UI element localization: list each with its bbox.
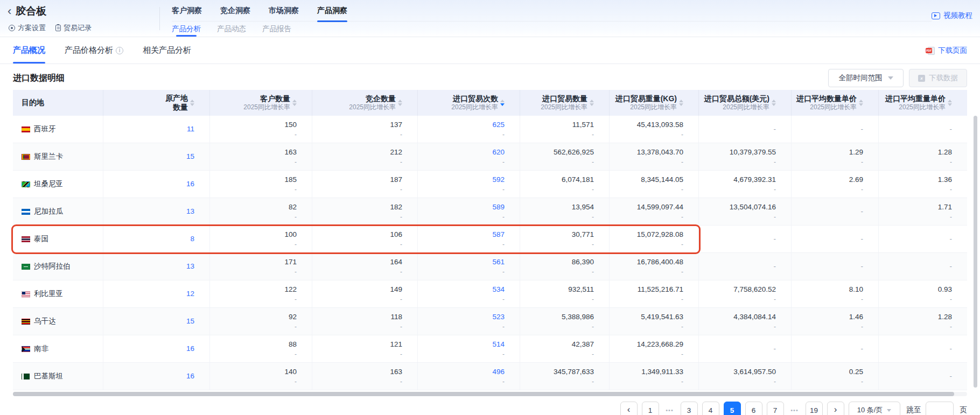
destination-cell[interactable]: 南非 <box>13 335 103 362</box>
data-cell: 562,626,925- <box>520 143 610 170</box>
jump-page-input[interactable] <box>926 402 954 415</box>
destination-cell[interactable]: 坦桑尼亚 <box>13 171 103 198</box>
download-data-button[interactable]: x 下载数据 <box>909 69 967 87</box>
data-cell: 561- <box>418 253 520 280</box>
main-tab-市场洞察[interactable]: 市场洞察 <box>269 0 299 21</box>
value-link[interactable]: 587 <box>492 230 505 239</box>
growth-value: - <box>774 158 776 166</box>
destination-cell[interactable]: 乌干达 <box>13 308 103 335</box>
secondary-tab-产品动态[interactable]: 产品动态 <box>217 22 246 37</box>
destination-cell[interactable]: 斯里兰卡 <box>13 143 103 170</box>
value-link[interactable]: 16 <box>186 372 194 381</box>
section-title: 进口数据明细 <box>13 73 65 84</box>
data-cell: 11,571- <box>520 116 610 143</box>
growth-value: - <box>861 296 863 303</box>
page-button-6[interactable]: 6 <box>745 402 762 415</box>
sort-toggle[interactable] <box>500 100 505 106</box>
growth-value: - <box>774 186 776 193</box>
sort-toggle[interactable] <box>859 100 863 106</box>
value-link[interactable]: 13 <box>186 207 194 216</box>
value-link[interactable]: 625 <box>492 121 505 129</box>
subtab-产品价格分析[interactable]: 产品价格分析i <box>65 37 123 64</box>
cell-value: 15,072,928.08 <box>637 230 683 239</box>
sort-toggle[interactable] <box>679 100 683 106</box>
page-button-1[interactable]: 1 <box>642 402 659 415</box>
main-tab-产品洞察[interactable]: 产品洞察 <box>317 0 347 21</box>
main-tab-客户洞察[interactable]: 客户洞察 <box>172 0 202 21</box>
value-link[interactable]: 620 <box>492 148 505 157</box>
value-link[interactable]: 534 <box>492 285 505 294</box>
cell-value: 150 <box>284 121 297 129</box>
vertical-scrollbar-thumb[interactable] <box>974 116 977 388</box>
value-link[interactable]: 12 <box>186 290 194 298</box>
target-icon <box>9 25 15 31</box>
destination-cell[interactable]: 西班牙 <box>13 116 103 143</box>
cell-value: 5,388,986 <box>562 313 594 321</box>
nicaragua-flag-icon <box>22 209 30 215</box>
subtabs: 产品概况产品价格分析i相关产品分析 <box>13 37 191 64</box>
page-button-5[interactable]: 5 <box>724 402 741 415</box>
next-page-button[interactable]: › <box>827 402 844 415</box>
value-link[interactable]: 592 <box>492 175 505 184</box>
destination-cell[interactable]: 利比里亚 <box>13 280 103 307</box>
subtab-相关产品分析[interactable]: 相关产品分析 <box>143 37 191 64</box>
download-page-link[interactable]: 下载页面 <box>926 46 967 55</box>
growth-value: - <box>592 350 594 358</box>
value-link[interactable]: 589 <box>492 203 505 212</box>
prev-page-button[interactable]: ‹ <box>620 402 638 415</box>
growth-value: - <box>592 213 594 221</box>
sort-toggle[interactable] <box>772 100 776 106</box>
sort-toggle[interactable] <box>590 100 594 106</box>
value-link[interactable]: 15 <box>186 152 194 161</box>
destination-cell[interactable]: 尼加拉瓜 <box>13 198 103 225</box>
destination-cell[interactable]: 泰国 <box>13 226 103 252</box>
cell-value: 5,419,541.63 <box>641 313 683 321</box>
data-cell: 15,072,928.08- <box>610 226 699 252</box>
destination-cell[interactable]: 沙特阿拉伯 <box>13 253 103 280</box>
data-cell: 15 <box>103 308 210 335</box>
main-tab-竞企洞察[interactable]: 竞企洞察 <box>220 0 250 21</box>
sort-toggle[interactable] <box>190 100 194 106</box>
data-cell: 13,378,043.70- <box>610 143 699 170</box>
back-icon[interactable]: ‹ <box>8 5 11 17</box>
growth-value: - <box>861 158 863 166</box>
sort-toggle[interactable] <box>948 100 952 106</box>
value-link[interactable]: 16 <box>186 344 194 353</box>
value-link[interactable]: 15 <box>186 317 194 326</box>
page-size-select[interactable]: 10 条/页 <box>849 402 900 415</box>
scheme-settings-button[interactable]: 方案设置 <box>9 23 46 33</box>
saudi-flag-icon <box>22 264 30 270</box>
secondary-tab-产品分析[interactable]: 产品分析 <box>172 22 201 37</box>
sort-toggle[interactable] <box>292 100 297 106</box>
horizontal-scrollbar-thumb[interactable] <box>13 392 954 396</box>
data-cell: - <box>699 253 792 280</box>
subtab-产品概况[interactable]: 产品概况 <box>13 37 45 64</box>
value-link[interactable]: 496 <box>492 368 505 376</box>
value-link[interactable]: 514 <box>492 340 505 349</box>
column-header-text: 进口平均数量单价2025同比增长率 <box>796 94 857 111</box>
page-button-4[interactable]: 4 <box>702 402 719 415</box>
value-link[interactable]: 523 <box>492 313 505 321</box>
growth-value: - <box>592 186 594 193</box>
page-button-19[interactable]: 19 <box>806 402 823 415</box>
sort-toggle[interactable] <box>398 100 402 106</box>
column-header-text: 原产地数量 <box>165 94 188 112</box>
page-button-7[interactable]: 7 <box>767 402 784 415</box>
value-link[interactable]: 8 <box>190 235 194 243</box>
data-cell: 86,390- <box>520 253 610 280</box>
value-link[interactable]: 13 <box>186 262 194 271</box>
page-button-3[interactable]: 3 <box>681 402 698 415</box>
video-tutorial-link[interactable]: 视频教程 <box>932 11 972 20</box>
destination-cell[interactable]: 巴基斯坦 <box>13 363 103 390</box>
value-link[interactable]: 16 <box>186 180 194 188</box>
time-range-select[interactable]: 全部时间范围 <box>828 69 904 87</box>
value-link[interactable]: 11 <box>187 125 194 133</box>
secondary-tab-产品报告[interactable]: 产品报告 <box>262 22 291 37</box>
jump-to-label: 跳至 <box>907 405 921 415</box>
data-cell: - <box>792 198 879 225</box>
download-page-label: 下载页面 <box>938 46 967 55</box>
data-cell: 2.69- <box>792 171 879 198</box>
trade-records-button[interactable]: 贸易记录 <box>55 23 92 33</box>
cell-value: 163 <box>284 148 297 157</box>
value-link[interactable]: 561 <box>492 258 505 266</box>
